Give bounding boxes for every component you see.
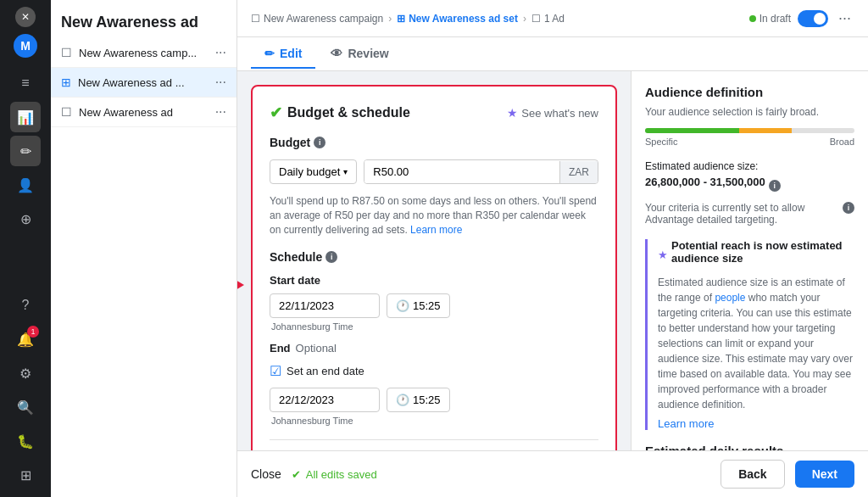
question-icon[interactable]: ? bbox=[10, 290, 41, 321]
breadcrumb-ad: ☐ 1 Ad bbox=[531, 13, 565, 25]
audience-bar-orange bbox=[739, 128, 792, 133]
close-button[interactable]: Close bbox=[251, 467, 281, 481]
edit-icon[interactable]: ✏ bbox=[10, 136, 41, 166]
content-body: ✔ Budget & schedule ★ See what's new Bud… bbox=[237, 71, 868, 450]
breadcrumb-adset-label: New Awareness ad set bbox=[409, 13, 518, 25]
nav-item-ad-label: New Awareness ad bbox=[79, 106, 209, 119]
budget-card-title: ✔ Budget & schedule ★ See what's new bbox=[270, 103, 598, 122]
schedule-label: Schedule i bbox=[270, 250, 598, 264]
people-link[interactable]: people bbox=[715, 292, 745, 304]
nav-item-ad[interactable]: ☐ New Awareness ad ··· bbox=[51, 98, 236, 127]
schedule-info-icon[interactable]: i bbox=[326, 251, 337, 263]
start-date-input[interactable] bbox=[270, 293, 380, 318]
potential-reach-text: Estimated audience size is an estimate o… bbox=[658, 275, 854, 412]
budget-learn-more-link[interactable]: Learn more bbox=[410, 224, 462, 236]
status-dot bbox=[749, 15, 756, 22]
breadcrumb-ad-label: 1 Ad bbox=[544, 13, 565, 25]
back-button[interactable]: Back bbox=[721, 460, 784, 489]
menu-icon[interactable]: ≡ bbox=[10, 68, 41, 98]
close-sidebar-button[interactable]: ✕ bbox=[15, 7, 36, 27]
adset-icon: ⊞ bbox=[61, 75, 71, 89]
broad-label: Broad bbox=[830, 137, 854, 147]
notification-icon[interactable]: 🔔 1 bbox=[10, 324, 41, 355]
budget-card-wrapper: ✔ Budget & schedule ★ See what's new Bud… bbox=[251, 85, 617, 450]
saved-badge: ✔ All edits saved bbox=[292, 468, 377, 481]
criteria-note: Your criteria is currently set to allow … bbox=[645, 202, 854, 226]
campaign-icon: ☐ bbox=[61, 46, 72, 59]
user-circle-icon[interactable]: 👤 bbox=[10, 170, 41, 200]
breadcrumb-campaign-icon: ☐ bbox=[251, 13, 260, 25]
nav-item-adset-label: New Awareness ad ... bbox=[78, 76, 209, 89]
tab-review-label: Review bbox=[348, 47, 388, 60]
set-end-date-label: Set an end date bbox=[287, 365, 364, 377]
see-whats-new-label: See what's new bbox=[521, 107, 598, 120]
purple-star-icon: ★ bbox=[658, 248, 668, 261]
search-icon[interactable]: 🔍 bbox=[10, 392, 41, 422]
checkbox-icon[interactable]: ☑ bbox=[270, 363, 281, 379]
draft-toggle[interactable] bbox=[798, 10, 828, 27]
audience-definition-title: Audience definition bbox=[645, 85, 854, 99]
end-timezone-label: Johannesburg Time bbox=[271, 416, 598, 426]
criteria-info-icon[interactable]: i bbox=[843, 202, 854, 214]
audience-bar-green bbox=[645, 128, 739, 133]
audience-definition-subtitle: Your audience selection is fairly broad. bbox=[645, 106, 854, 118]
est-size-info-icon[interactable]: i bbox=[769, 180, 781, 192]
end-label: End bbox=[270, 342, 291, 355]
arrow-head bbox=[237, 279, 244, 291]
start-timezone-label: Johannesburg Time bbox=[271, 321, 598, 332]
end-time-input[interactable]: 🕐 15:25 bbox=[387, 388, 450, 412]
budget-note: You'll spend up to R87.50 on some days a… bbox=[270, 194, 598, 237]
edit-pencil-icon: ✏ bbox=[264, 47, 275, 60]
page-title: New Awareness ad bbox=[51, 0, 236, 38]
specific-label: Specific bbox=[645, 137, 678, 147]
nav-panel: New Awareness ad ☐ New Awareness camp...… bbox=[51, 0, 237, 497]
star-icon: ★ bbox=[507, 106, 518, 120]
end-optional-text: Optional bbox=[296, 342, 337, 355]
campaign-more-icon[interactable]: ··· bbox=[215, 45, 226, 60]
breadcrumb-sep-1: › bbox=[388, 13, 392, 25]
budget-info-icon[interactable]: i bbox=[314, 137, 326, 148]
breadcrumb-ad-icon: ☐ bbox=[531, 13, 541, 25]
audience-bar bbox=[645, 128, 854, 133]
start-time-input[interactable]: 🕐 15:25 bbox=[387, 293, 450, 318]
meta-logo: M bbox=[14, 34, 37, 58]
sidebar: ✕ M ≡ 📊 ✏ 👤 ⊕ ? 🔔 1 ⚙ 🔍 🐛 ⊞ bbox=[0, 0, 51, 497]
est-daily-results-title: Estimated daily results bbox=[645, 444, 854, 450]
potential-reach-title: Potential reach is now estimated audienc… bbox=[671, 239, 854, 265]
est-size-label: Estimated audience size: bbox=[645, 160, 854, 172]
currency-tag: ZAR bbox=[559, 161, 598, 183]
budget-input-wrap: ZAR bbox=[364, 159, 598, 184]
budget-schedule-card: ✔ Budget & schedule ★ See what's new Bud… bbox=[251, 85, 617, 450]
breadcrumb-adset: ⊞ New Awareness ad set bbox=[397, 13, 518, 25]
saved-label: All edits saved bbox=[306, 468, 377, 481]
breadcrumb-campaign-label: New Awareness campaign bbox=[264, 13, 383, 25]
breadcrumb-campaign: ☐ New Awareness campaign bbox=[251, 13, 383, 25]
charts-icon[interactable]: 📊 bbox=[10, 102, 41, 132]
bottom-bar: Close ✔ All edits saved Back Next bbox=[237, 450, 868, 497]
potential-reach-box: ★ Potential reach is now estimated audie… bbox=[645, 239, 854, 430]
tab-review[interactable]: 👁 Review bbox=[317, 40, 402, 69]
learn-more-link[interactable]: Learn more bbox=[658, 417, 854, 430]
end-optional-row: End Optional bbox=[270, 342, 598, 355]
grid-icon[interactable]: ⊞ bbox=[10, 460, 41, 490]
end-date-input[interactable] bbox=[270, 388, 380, 412]
end-date-row: 🕐 15:25 bbox=[270, 388, 598, 412]
top-bar-right: In draft ··· bbox=[749, 6, 854, 31]
see-whats-new[interactable]: ★ See what's new bbox=[507, 106, 598, 120]
ad-more-icon[interactable]: ··· bbox=[215, 104, 226, 120]
nav-item-campaign[interactable]: ☐ New Awareness camp... ··· bbox=[51, 38, 236, 68]
check-saved-icon: ✔ bbox=[292, 468, 301, 481]
budget-row: Daily budget ▾ ZAR bbox=[270, 159, 598, 184]
next-button[interactable]: Next bbox=[795, 461, 854, 488]
tab-edit[interactable]: ✏ Edit bbox=[251, 40, 315, 69]
settings-icon[interactable]: ⚙ bbox=[10, 358, 41, 388]
topbar-more-button[interactable]: ··· bbox=[835, 6, 854, 31]
adset-more-icon[interactable]: ··· bbox=[215, 75, 226, 90]
bug-icon[interactable]: 🐛 bbox=[10, 426, 41, 456]
budget-type-select[interactable]: Daily budget ▾ bbox=[270, 159, 357, 184]
budget-type-chevron: ▾ bbox=[343, 167, 348, 176]
nav-item-adset[interactable]: ⊞ New Awareness ad ... ··· bbox=[51, 68, 236, 98]
circle-icon[interactable]: ⊕ bbox=[10, 204, 41, 234]
budget-input[interactable] bbox=[364, 160, 559, 183]
review-eye-icon: 👁 bbox=[331, 47, 342, 60]
